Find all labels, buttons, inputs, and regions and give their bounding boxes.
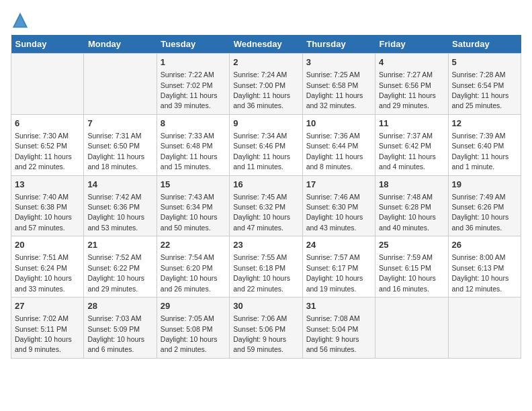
calendar-cell: 30Sunrise: 7:06 AM Sunset: 5:06 PM Dayli… (230, 298, 302, 359)
day-info: Sunrise: 7:25 AM Sunset: 6:58 PM Dayligh… (306, 71, 363, 109)
day-info: Sunrise: 7:39 AM Sunset: 6:40 PM Dayligh… (452, 132, 509, 171)
logo (11, 11, 32, 30)
day-number: 24 (306, 239, 371, 251)
day-info: Sunrise: 7:40 AM Sunset: 6:38 PM Dayligh… (15, 193, 72, 232)
calendar-cell: 13Sunrise: 7:40 AM Sunset: 6:38 PM Dayli… (11, 175, 84, 236)
calendar-week-row: 6Sunrise: 7:30 AM Sunset: 6:52 PM Daylig… (11, 114, 521, 175)
calendar-cell: 26Sunrise: 8:00 AM Sunset: 6:13 PM Dayli… (448, 236, 521, 298)
day-info: Sunrise: 7:37 AM Sunset: 6:42 PM Dayligh… (379, 132, 436, 171)
day-number: 8 (161, 118, 226, 130)
weekday-header-row: SundayMondayTuesdayWednesdayThursdayFrid… (11, 35, 521, 54)
calendar-cell: 27Sunrise: 7:02 AM Sunset: 5:11 PM Dayli… (11, 298, 84, 359)
day-info: Sunrise: 7:31 AM Sunset: 6:50 PM Dayligh… (87, 132, 144, 171)
calendar-cell: 15Sunrise: 7:43 AM Sunset: 6:34 PM Dayli… (157, 175, 229, 236)
calendar-cell: 10Sunrise: 7:36 AM Sunset: 6:44 PM Dayli… (302, 114, 375, 175)
calendar-cell: 23Sunrise: 7:55 AM Sunset: 6:18 PM Dayli… (230, 236, 302, 298)
weekday-header-saturday: Saturday (448, 35, 521, 54)
calendar-cell: 21Sunrise: 7:52 AM Sunset: 6:22 PM Dayli… (84, 236, 157, 298)
day-info: Sunrise: 7:57 AM Sunset: 6:17 PM Dayligh… (306, 253, 363, 292)
day-number: 23 (233, 239, 298, 251)
weekday-header-monday: Monday (84, 35, 157, 54)
calendar-cell: 11Sunrise: 7:37 AM Sunset: 6:42 PM Dayli… (375, 114, 448, 175)
weekday-header-sunday: Sunday (11, 35, 84, 54)
day-info: Sunrise: 7:30 AM Sunset: 6:52 PM Dayligh… (15, 132, 72, 171)
day-info: Sunrise: 7:59 AM Sunset: 6:15 PM Dayligh… (379, 253, 436, 292)
day-info: Sunrise: 7:51 AM Sunset: 6:24 PM Dayligh… (15, 253, 72, 292)
calendar-cell (84, 54, 157, 115)
calendar-week-row: 20Sunrise: 7:51 AM Sunset: 6:24 PM Dayli… (11, 236, 521, 298)
day-info: Sunrise: 7:34 AM Sunset: 6:46 PM Dayligh… (233, 132, 290, 171)
day-info: Sunrise: 7:49 AM Sunset: 6:26 PM Dayligh… (452, 193, 509, 232)
calendar-table: SundayMondayTuesdayWednesdayThursdayFrid… (11, 35, 521, 359)
day-info: Sunrise: 7:03 AM Sunset: 5:09 PM Dayligh… (87, 314, 144, 353)
day-number: 10 (306, 118, 371, 130)
calendar-cell: 8Sunrise: 7:33 AM Sunset: 6:48 PM Daylig… (157, 114, 229, 175)
day-info: Sunrise: 8:00 AM Sunset: 6:13 PM Dayligh… (452, 253, 509, 292)
weekday-header-thursday: Thursday (302, 35, 375, 54)
day-info: Sunrise: 7:55 AM Sunset: 6:18 PM Dayligh… (233, 253, 290, 292)
calendar-cell: 28Sunrise: 7:03 AM Sunset: 5:09 PM Dayli… (84, 298, 157, 359)
day-number: 1 (161, 56, 226, 68)
day-info: Sunrise: 7:27 AM Sunset: 6:56 PM Dayligh… (379, 71, 436, 109)
calendar-header: SundayMondayTuesdayWednesdayThursdayFrid… (11, 35, 521, 54)
day-number: 25 (379, 239, 444, 251)
day-number: 9 (233, 118, 298, 130)
day-number: 12 (452, 118, 517, 130)
day-number: 27 (15, 300, 80, 312)
calendar-cell: 2Sunrise: 7:24 AM Sunset: 7:00 PM Daylig… (230, 54, 302, 115)
day-number: 13 (15, 179, 80, 191)
calendar-cell: 1Sunrise: 7:22 AM Sunset: 7:02 PM Daylig… (157, 54, 229, 115)
day-number: 19 (452, 179, 517, 191)
calendar-week-row: 27Sunrise: 7:02 AM Sunset: 5:11 PM Dayli… (11, 298, 521, 359)
calendar-cell: 3Sunrise: 7:25 AM Sunset: 6:58 PM Daylig… (302, 54, 375, 115)
calendar-cell: 14Sunrise: 7:42 AM Sunset: 6:36 PM Dayli… (84, 175, 157, 236)
day-number: 17 (306, 179, 371, 191)
day-info: Sunrise: 7:54 AM Sunset: 6:20 PM Dayligh… (161, 253, 218, 292)
calendar-cell: 19Sunrise: 7:49 AM Sunset: 6:26 PM Dayli… (448, 175, 521, 236)
day-number: 30 (233, 300, 298, 312)
day-info: Sunrise: 7:36 AM Sunset: 6:44 PM Dayligh… (306, 132, 363, 171)
day-info: Sunrise: 7:45 AM Sunset: 6:32 PM Dayligh… (233, 193, 290, 232)
day-number: 16 (233, 179, 298, 191)
day-info: Sunrise: 7:48 AM Sunset: 6:28 PM Dayligh… (379, 193, 436, 232)
calendar-cell: 9Sunrise: 7:34 AM Sunset: 6:46 PM Daylig… (230, 114, 302, 175)
calendar-week-row: 13Sunrise: 7:40 AM Sunset: 6:38 PM Dayli… (11, 175, 521, 236)
calendar-cell: 31Sunrise: 7:08 AM Sunset: 5:04 PM Dayli… (302, 298, 375, 359)
day-number: 29 (161, 300, 226, 312)
calendar-cell: 6Sunrise: 7:30 AM Sunset: 6:52 PM Daylig… (11, 114, 84, 175)
calendar-cell: 5Sunrise: 7:28 AM Sunset: 6:54 PM Daylig… (448, 54, 521, 115)
day-number: 7 (87, 118, 152, 130)
day-info: Sunrise: 7:43 AM Sunset: 6:34 PM Dayligh… (161, 193, 218, 232)
day-info: Sunrise: 7:06 AM Sunset: 5:06 PM Dayligh… (233, 314, 287, 353)
day-info: Sunrise: 7:42 AM Sunset: 6:36 PM Dayligh… (87, 193, 144, 232)
calendar-cell: 22Sunrise: 7:54 AM Sunset: 6:20 PM Dayli… (157, 236, 229, 298)
day-number: 4 (379, 56, 444, 68)
logo-icon (11, 11, 30, 30)
calendar-cell: 18Sunrise: 7:48 AM Sunset: 6:28 PM Dayli… (375, 175, 448, 236)
day-number: 3 (306, 56, 371, 68)
day-number: 6 (15, 118, 80, 130)
weekday-header-wednesday: Wednesday (230, 35, 302, 54)
day-info: Sunrise: 7:28 AM Sunset: 6:54 PM Dayligh… (452, 71, 509, 109)
day-number: 14 (87, 179, 152, 191)
calendar-cell: 24Sunrise: 7:57 AM Sunset: 6:17 PM Dayli… (302, 236, 375, 298)
calendar-cell: 17Sunrise: 7:46 AM Sunset: 6:30 PM Dayli… (302, 175, 375, 236)
day-info: Sunrise: 7:02 AM Sunset: 5:11 PM Dayligh… (15, 314, 72, 353)
day-info: Sunrise: 7:52 AM Sunset: 6:22 PM Dayligh… (87, 253, 144, 292)
day-info: Sunrise: 7:05 AM Sunset: 5:08 PM Dayligh… (161, 314, 218, 353)
day-number: 31 (306, 300, 371, 312)
day-number: 18 (379, 179, 444, 191)
calendar-cell: 7Sunrise: 7:31 AM Sunset: 6:50 PM Daylig… (84, 114, 157, 175)
day-number: 28 (87, 300, 152, 312)
calendar-cell (375, 298, 448, 359)
weekday-header-friday: Friday (375, 35, 448, 54)
calendar-cell: 25Sunrise: 7:59 AM Sunset: 6:15 PM Dayli… (375, 236, 448, 298)
calendar-cell: 20Sunrise: 7:51 AM Sunset: 6:24 PM Dayli… (11, 236, 84, 298)
day-number: 21 (87, 239, 152, 251)
calendar-body: 1Sunrise: 7:22 AM Sunset: 7:02 PM Daylig… (11, 54, 521, 359)
day-number: 20 (15, 239, 80, 251)
page-header (11, 11, 521, 30)
day-info: Sunrise: 7:22 AM Sunset: 7:02 PM Dayligh… (161, 71, 218, 109)
calendar-cell (11, 54, 84, 115)
day-number: 15 (161, 179, 226, 191)
